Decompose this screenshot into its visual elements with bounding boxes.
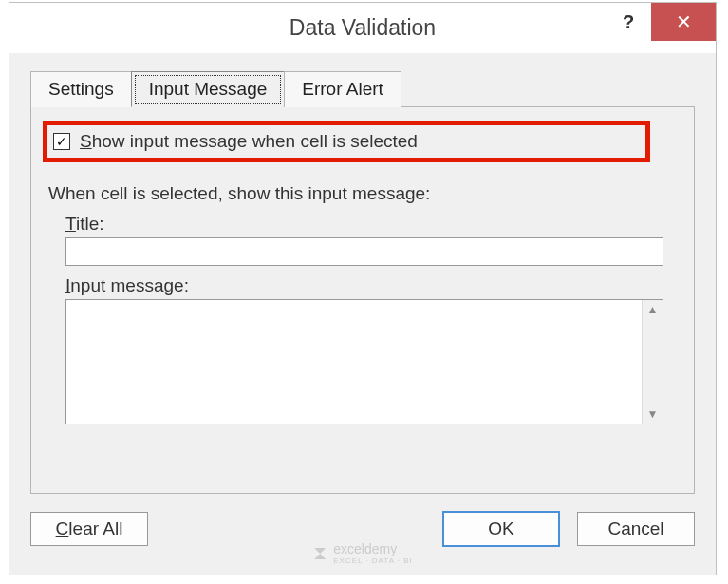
watermark-sub: EXCEL · DATA · BI: [333, 556, 413, 565]
cancel-button[interactable]: Cancel: [577, 512, 695, 546]
title-label: Title:: [65, 214, 677, 235]
tab-strip: Settings Input Message Error Alert: [30, 70, 695, 106]
message-field-group: Input message: ▲ ▼: [65, 275, 677, 424]
input-message-label: Input message:: [65, 275, 677, 296]
tab-error-alert[interactable]: Error Alert: [284, 71, 401, 107]
title-input[interactable]: [65, 237, 663, 266]
title-field-group: Title:: [65, 214, 677, 266]
highlight-annotation: ✓ Show input message when cell is select…: [43, 121, 650, 162]
help-icon: ?: [623, 11, 634, 33]
watermark-logo-icon: [312, 546, 327, 561]
data-validation-dialog: Data Validation ? ✕ Settings Input Messa…: [9, 2, 717, 575]
ok-button[interactable]: OK: [442, 511, 560, 547]
tab-settings[interactable]: Settings: [30, 71, 132, 107]
show-input-message-label: Show input message when cell is selected: [80, 131, 418, 152]
show-input-message-checkbox[interactable]: ✓: [53, 133, 70, 150]
watermark: exceldemy EXCEL · DATA · BI: [312, 541, 413, 565]
close-button[interactable]: ✕: [651, 3, 716, 41]
input-message-textarea-wrap: ▲ ▼: [65, 299, 663, 424]
help-button[interactable]: ?: [606, 3, 651, 41]
scroll-down-icon[interactable]: ▼: [647, 407, 659, 421]
scroll-up-icon[interactable]: ▲: [647, 303, 659, 316]
watermark-brand: exceldemy: [333, 541, 413, 556]
input-message-textarea[interactable]: [66, 300, 642, 424]
section-heading: When cell is selected, show this input m…: [48, 183, 677, 204]
textarea-scrollbar[interactable]: ▲ ▼: [642, 300, 663, 424]
dialog-body: Settings Input Message Error Alert ✓ Sho…: [9, 53, 716, 494]
close-icon: ✕: [676, 10, 692, 33]
clear-all-button[interactable]: Clear All: [30, 512, 148, 546]
tab-input-message[interactable]: Input Message: [131, 71, 286, 107]
titlebar-controls: ? ✕: [606, 3, 716, 41]
tab-panel-input-message: ✓ Show input message when cell is select…: [30, 106, 695, 494]
titlebar: Data Validation ? ✕: [9, 3, 716, 53]
checkmark-icon: ✓: [56, 134, 67, 149]
